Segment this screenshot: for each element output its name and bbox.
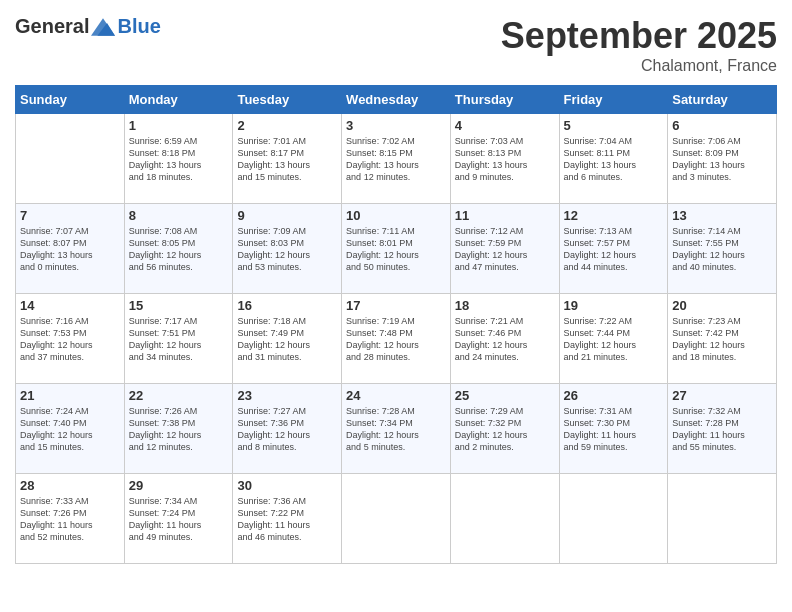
column-header-wednesday: Wednesday <box>342 86 451 114</box>
column-header-friday: Friday <box>559 86 668 114</box>
day-number: 17 <box>346 298 446 313</box>
logo-general-text: General <box>15 15 89 38</box>
calendar-cell: 29Sunrise: 7:34 AM Sunset: 7:24 PM Dayli… <box>124 474 233 564</box>
day-number: 29 <box>129 478 229 493</box>
week-row-2: 7Sunrise: 7:07 AM Sunset: 8:07 PM Daylig… <box>16 204 777 294</box>
day-number: 1 <box>129 118 229 133</box>
week-row-3: 14Sunrise: 7:16 AM Sunset: 7:53 PM Dayli… <box>16 294 777 384</box>
calendar-cell <box>16 114 125 204</box>
day-number: 20 <box>672 298 772 313</box>
day-info: Sunrise: 7:36 AM Sunset: 7:22 PM Dayligh… <box>237 495 337 544</box>
day-info: Sunrise: 7:33 AM Sunset: 7:26 PM Dayligh… <box>20 495 120 544</box>
day-number: 28 <box>20 478 120 493</box>
calendar-cell: 4Sunrise: 7:03 AM Sunset: 8:13 PM Daylig… <box>450 114 559 204</box>
calendar-cell: 30Sunrise: 7:36 AM Sunset: 7:22 PM Dayli… <box>233 474 342 564</box>
day-number: 16 <box>237 298 337 313</box>
calendar-cell: 18Sunrise: 7:21 AM Sunset: 7:46 PM Dayli… <box>450 294 559 384</box>
day-info: Sunrise: 7:11 AM Sunset: 8:01 PM Dayligh… <box>346 225 446 274</box>
column-header-thursday: Thursday <box>450 86 559 114</box>
day-info: Sunrise: 7:14 AM Sunset: 7:55 PM Dayligh… <box>672 225 772 274</box>
day-number: 21 <box>20 388 120 403</box>
day-info: Sunrise: 7:02 AM Sunset: 8:15 PM Dayligh… <box>346 135 446 184</box>
day-info: Sunrise: 7:31 AM Sunset: 7:30 PM Dayligh… <box>564 405 664 454</box>
calendar-cell: 19Sunrise: 7:22 AM Sunset: 7:44 PM Dayli… <box>559 294 668 384</box>
title-block: September 2025 Chalamont, France <box>501 15 777 75</box>
day-info: Sunrise: 7:09 AM Sunset: 8:03 PM Dayligh… <box>237 225 337 274</box>
calendar-cell: 7Sunrise: 7:07 AM Sunset: 8:07 PM Daylig… <box>16 204 125 294</box>
day-number: 4 <box>455 118 555 133</box>
column-header-tuesday: Tuesday <box>233 86 342 114</box>
day-info: Sunrise: 7:18 AM Sunset: 7:49 PM Dayligh… <box>237 315 337 364</box>
day-number: 13 <box>672 208 772 223</box>
calendar-cell: 1Sunrise: 6:59 AM Sunset: 8:18 PM Daylig… <box>124 114 233 204</box>
calendar-cell: 3Sunrise: 7:02 AM Sunset: 8:15 PM Daylig… <box>342 114 451 204</box>
calendar-table: SundayMondayTuesdayWednesdayThursdayFrid… <box>15 85 777 564</box>
day-number: 11 <box>455 208 555 223</box>
calendar-cell: 28Sunrise: 7:33 AM Sunset: 7:26 PM Dayli… <box>16 474 125 564</box>
location: Chalamont, France <box>501 57 777 75</box>
day-info: Sunrise: 7:19 AM Sunset: 7:48 PM Dayligh… <box>346 315 446 364</box>
calendar-cell: 17Sunrise: 7:19 AM Sunset: 7:48 PM Dayli… <box>342 294 451 384</box>
page-header: General Blue September 2025 Chalamont, F… <box>15 15 777 75</box>
day-info: Sunrise: 7:16 AM Sunset: 7:53 PM Dayligh… <box>20 315 120 364</box>
day-number: 25 <box>455 388 555 403</box>
calendar-cell: 6Sunrise: 7:06 AM Sunset: 8:09 PM Daylig… <box>668 114 777 204</box>
calendar-cell <box>450 474 559 564</box>
day-info: Sunrise: 7:21 AM Sunset: 7:46 PM Dayligh… <box>455 315 555 364</box>
day-number: 8 <box>129 208 229 223</box>
day-number: 10 <box>346 208 446 223</box>
calendar-cell: 2Sunrise: 7:01 AM Sunset: 8:17 PM Daylig… <box>233 114 342 204</box>
calendar-cell: 9Sunrise: 7:09 AM Sunset: 8:03 PM Daylig… <box>233 204 342 294</box>
day-number: 18 <box>455 298 555 313</box>
calendar-cell: 8Sunrise: 7:08 AM Sunset: 8:05 PM Daylig… <box>124 204 233 294</box>
day-info: Sunrise: 7:32 AM Sunset: 7:28 PM Dayligh… <box>672 405 772 454</box>
day-number: 9 <box>237 208 337 223</box>
day-number: 2 <box>237 118 337 133</box>
day-info: Sunrise: 7:07 AM Sunset: 8:07 PM Dayligh… <box>20 225 120 274</box>
column-header-monday: Monday <box>124 86 233 114</box>
day-number: 7 <box>20 208 120 223</box>
logo: General Blue <box>15 15 161 38</box>
day-info: Sunrise: 7:12 AM Sunset: 7:59 PM Dayligh… <box>455 225 555 274</box>
calendar-cell: 22Sunrise: 7:26 AM Sunset: 7:38 PM Dayli… <box>124 384 233 474</box>
day-info: Sunrise: 7:28 AM Sunset: 7:34 PM Dayligh… <box>346 405 446 454</box>
day-number: 19 <box>564 298 664 313</box>
day-info: Sunrise: 7:08 AM Sunset: 8:05 PM Dayligh… <box>129 225 229 274</box>
week-row-4: 21Sunrise: 7:24 AM Sunset: 7:40 PM Dayli… <box>16 384 777 474</box>
calendar-cell <box>342 474 451 564</box>
week-row-5: 28Sunrise: 7:33 AM Sunset: 7:26 PM Dayli… <box>16 474 777 564</box>
calendar-body: 1Sunrise: 6:59 AM Sunset: 8:18 PM Daylig… <box>16 114 777 564</box>
calendar-cell: 27Sunrise: 7:32 AM Sunset: 7:28 PM Dayli… <box>668 384 777 474</box>
calendar-cell: 12Sunrise: 7:13 AM Sunset: 7:57 PM Dayli… <box>559 204 668 294</box>
day-info: Sunrise: 7:13 AM Sunset: 7:57 PM Dayligh… <box>564 225 664 274</box>
day-number: 3 <box>346 118 446 133</box>
day-info: Sunrise: 7:01 AM Sunset: 8:17 PM Dayligh… <box>237 135 337 184</box>
calendar-cell <box>559 474 668 564</box>
calendar-cell: 14Sunrise: 7:16 AM Sunset: 7:53 PM Dayli… <box>16 294 125 384</box>
day-info: Sunrise: 7:26 AM Sunset: 7:38 PM Dayligh… <box>129 405 229 454</box>
day-number: 6 <box>672 118 772 133</box>
day-number: 30 <box>237 478 337 493</box>
day-info: Sunrise: 7:29 AM Sunset: 7:32 PM Dayligh… <box>455 405 555 454</box>
calendar-cell: 21Sunrise: 7:24 AM Sunset: 7:40 PM Dayli… <box>16 384 125 474</box>
calendar-cell <box>668 474 777 564</box>
calendar-cell: 26Sunrise: 7:31 AM Sunset: 7:30 PM Dayli… <box>559 384 668 474</box>
calendar-cell: 23Sunrise: 7:27 AM Sunset: 7:36 PM Dayli… <box>233 384 342 474</box>
column-header-saturday: Saturday <box>668 86 777 114</box>
calendar-cell: 13Sunrise: 7:14 AM Sunset: 7:55 PM Dayli… <box>668 204 777 294</box>
day-number: 12 <box>564 208 664 223</box>
day-number: 23 <box>237 388 337 403</box>
day-info: Sunrise: 7:34 AM Sunset: 7:24 PM Dayligh… <box>129 495 229 544</box>
calendar-cell: 15Sunrise: 7:17 AM Sunset: 7:51 PM Dayli… <box>124 294 233 384</box>
day-number: 27 <box>672 388 772 403</box>
calendar-cell: 24Sunrise: 7:28 AM Sunset: 7:34 PM Dayli… <box>342 384 451 474</box>
calendar-header-row: SundayMondayTuesdayWednesdayThursdayFrid… <box>16 86 777 114</box>
day-info: Sunrise: 7:27 AM Sunset: 7:36 PM Dayligh… <box>237 405 337 454</box>
calendar-cell: 25Sunrise: 7:29 AM Sunset: 7:32 PM Dayli… <box>450 384 559 474</box>
day-number: 22 <box>129 388 229 403</box>
logo-blue-text: Blue <box>117 15 160 38</box>
month-title: September 2025 <box>501 15 777 57</box>
day-number: 14 <box>20 298 120 313</box>
logo-icon <box>91 17 115 37</box>
calendar-cell: 11Sunrise: 7:12 AM Sunset: 7:59 PM Dayli… <box>450 204 559 294</box>
